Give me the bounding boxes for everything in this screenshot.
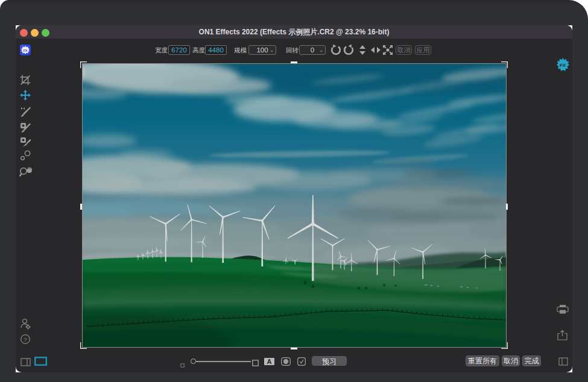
svg-text:FX: FX (560, 63, 566, 68)
svg-text:FX: FX (23, 49, 27, 52)
svg-text:?: ? (24, 336, 27, 343)
